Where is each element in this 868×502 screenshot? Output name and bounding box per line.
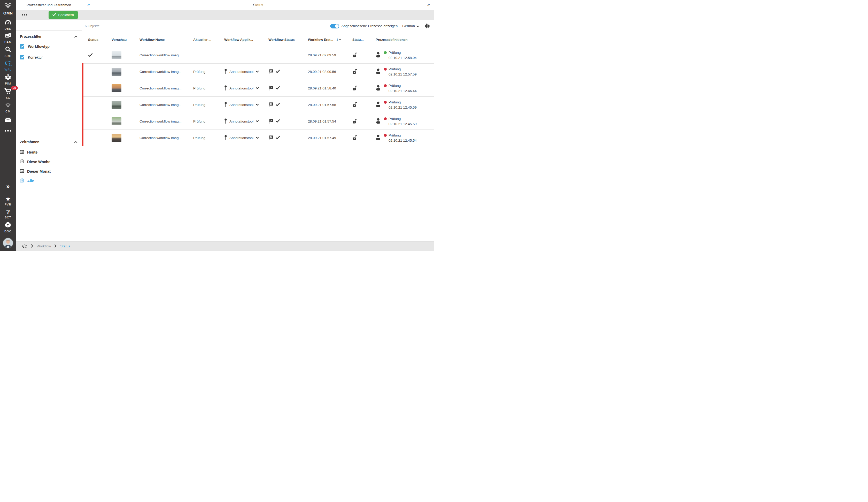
- preview-thumbnail[interactable]: [112, 117, 121, 126]
- table-row[interactable]: Correction workflow imag... Prüfung Anno…: [82, 97, 434, 113]
- preview-thumbnail[interactable]: [112, 134, 121, 142]
- table-row[interactable]: Correction workflow imag... Prüfung Anno…: [82, 130, 434, 146]
- timeframe-option-diese-woche[interactable]: Diese Woche: [19, 157, 78, 167]
- user-avatar[interactable]: [3, 238, 13, 248]
- current-step: Prüfung: [193, 86, 205, 90]
- rail-item-doc[interactable]: DOC: [4, 222, 12, 233]
- preview-thumbnail[interactable]: [112, 101, 121, 109]
- rail-item-srh[interactable]: SRH: [5, 46, 12, 57]
- sort-indicator[interactable]: 1: [336, 38, 341, 42]
- rail-item-dam[interactable]: DAM: [4, 33, 12, 44]
- chevron-down-icon: [256, 136, 259, 140]
- column-header-workflow-status[interactable]: Workflow Status: [262, 38, 302, 42]
- rail-item-sct[interactable]: ? SCT: [5, 209, 11, 219]
- rail-item-dbd[interactable]: DBD: [5, 19, 12, 30]
- application-dropdown[interactable]: Annotationstool: [224, 118, 259, 124]
- settings-gear-icon[interactable]: [424, 23, 430, 29]
- cube-icon: [5, 222, 11, 229]
- application-name: Annotationstool: [229, 119, 254, 123]
- preview-thumbnail[interactable]: [112, 68, 121, 76]
- lock-open-icon: [352, 118, 357, 124]
- created-timestamp: 28.09.21 02.09.56: [308, 70, 336, 74]
- current-step: Prüfung: [193, 119, 205, 123]
- status-done-check-icon: [88, 53, 93, 58]
- rail-item-cm[interactable]: CM: [5, 102, 11, 113]
- rail-item-pim[interactable]: P PIM: [5, 74, 11, 85]
- column-header-aktueller[interactable]: Aktueller ...: [187, 38, 218, 42]
- application-dropdown[interactable]: Annotationstool: [224, 69, 259, 75]
- table-row[interactable]: Correction workflow imag... Prüfung Anno…: [82, 63, 434, 80]
- filter-panel: Prozessfilter und Zeitrahmen Speichern P…: [16, 0, 82, 241]
- workflow-name: Correction workflow imag...: [140, 103, 182, 107]
- section-zeitrahmen-header[interactable]: Zeitrahmen: [19, 139, 78, 147]
- filter-checkbox-korrektur[interactable]: Korrektur: [19, 53, 78, 62]
- rail-label-fvr: FVR: [5, 203, 11, 206]
- timeframe-option-heute[interactable]: Heute: [19, 147, 78, 157]
- definition-status-dot: [384, 134, 387, 137]
- created-timestamp: 28.09.21 01.57.54: [308, 119, 336, 123]
- chevron-up-icon: [74, 34, 78, 39]
- column-header-workflow-erstellt[interactable]: Workflow Erst... 1: [302, 38, 347, 42]
- definition-name: Prüfung: [389, 67, 401, 72]
- column-header-vorschau[interactable]: Vorschau: [106, 38, 134, 42]
- column-header-workflow-name[interactable]: Workflow Name: [134, 38, 187, 42]
- workflow-module-icon[interactable]: [22, 244, 28, 249]
- collapse-panel-right-icon[interactable]: «: [427, 2, 430, 7]
- workflow-status-icons: [268, 69, 280, 75]
- section-title: Zeitrahmen: [20, 140, 39, 144]
- timeframe-option-alle[interactable]: Alle: [19, 176, 78, 185]
- filter-checkbox-workflowtyp[interactable]: Workflowtyp: [19, 42, 78, 51]
- chevron-up-icon: [74, 140, 78, 144]
- save-button-label: Speichern: [58, 13, 74, 17]
- column-header-status-lock[interactable]: Statu...: [347, 38, 370, 42]
- filter-panel-title: Prozessfilter und Zeitrahmen: [16, 0, 82, 10]
- section-prozessfilter-header[interactable]: Prozessfilter: [19, 33, 78, 42]
- expand-rail-icon[interactable]: »: [6, 183, 10, 190]
- application-dropdown[interactable]: Annotationstool: [224, 135, 259, 141]
- show-finished-toggle[interactable]: [330, 24, 339, 28]
- application-dropdown[interactable]: Annotationstool: [224, 102, 259, 108]
- definition-status-dot: [384, 68, 387, 71]
- check-icon: [276, 136, 280, 140]
- breadcrumb-workflow[interactable]: Workflow: [37, 244, 51, 248]
- rail-item-wfl[interactable]: WFL: [4, 60, 12, 71]
- definition-name: Prüfung: [389, 100, 401, 105]
- language-selector[interactable]: German: [402, 24, 419, 28]
- table-row[interactable]: Correction workflow imag... Prüfung Anno…: [82, 80, 434, 97]
- chevron-right-icon: [31, 244, 33, 249]
- person-icon: [375, 69, 381, 75]
- column-header-prozessdefinitionen[interactable]: Prozessdefinitionen: [370, 38, 434, 42]
- definition-timestamp: 02.10.21 12.58.04: [389, 55, 417, 60]
- rail-label-dam: DAM: [4, 41, 12, 44]
- timeframe-option-dieser-monat[interactable]: Dieser Monat: [19, 167, 78, 176]
- column-header-workflow-applikation[interactable]: Workflow Applik...: [218, 38, 262, 42]
- preview-thumbnail[interactable]: [112, 84, 121, 92]
- rail-item-sc[interactable]: 30 SC: [4, 88, 12, 99]
- more-options-icon[interactable]: [22, 14, 27, 16]
- flag-x-icon: [268, 69, 273, 75]
- definition-timestamp: 02.10.21 12.45.54: [389, 138, 417, 143]
- filter-panel-toolbar: Speichern: [16, 10, 82, 20]
- current-step: Prüfung: [193, 103, 205, 107]
- more-modules-icon[interactable]: [5, 130, 11, 132]
- breadcrumb-status[interactable]: Status: [60, 244, 70, 248]
- preview-thumbnail[interactable]: [112, 51, 121, 59]
- save-button[interactable]: Speichern: [49, 11, 78, 19]
- main-header: « Status «: [82, 0, 434, 10]
- timeframe-label: Heute: [27, 150, 38, 154]
- flag-x-icon: [268, 102, 273, 108]
- application-dropdown[interactable]: Annotationstool: [224, 85, 259, 91]
- application-name: Annotationstool: [229, 103, 254, 107]
- language-value: German: [402, 24, 415, 28]
- table-row[interactable]: Correction workflow imag... Prüfung Anno…: [82, 113, 434, 130]
- current-step: Prüfung: [193, 70, 205, 74]
- chevron-down-icon: [256, 70, 259, 74]
- column-header-status[interactable]: Status: [82, 38, 106, 42]
- dashboard-icon: [5, 19, 11, 26]
- rail-item-mc[interactable]: [5, 116, 11, 126]
- rail-item-fvr[interactable]: ★ FVR: [5, 196, 11, 206]
- collapse-panel-left-icon[interactable]: «: [87, 2, 90, 7]
- table-row[interactable]: Correction workflow imag...: [82, 47, 434, 63]
- flag-x-icon: [268, 135, 273, 141]
- rail-item-omn[interactable]: OMN: [3, 2, 13, 15]
